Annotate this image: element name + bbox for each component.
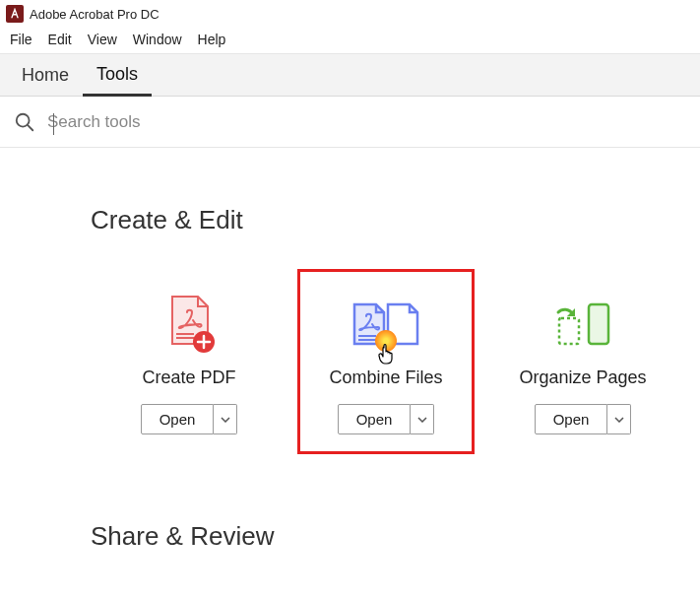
chevron-down-icon <box>417 417 427 423</box>
section-title-create-edit: Create & Edit <box>91 205 682 235</box>
app-title: Adobe Acrobat Pro DC <box>30 7 159 22</box>
menu-file[interactable]: File <box>10 32 32 47</box>
search-input[interactable] <box>47 112 343 132</box>
tab-tools[interactable]: Tools <box>83 54 152 97</box>
tool-card-create-pdf[interactable]: Create PDF Open <box>91 269 287 454</box>
titlebar: Adobe Acrobat Pro DC <box>0 0 700 28</box>
tool-card-organize-pages[interactable]: Organize Pages Open <box>484 269 681 454</box>
tab-home[interactable]: Home <box>8 55 83 95</box>
svg-rect-9 <box>589 304 608 344</box>
combine-files-icon <box>349 285 423 366</box>
tabbar: Home Tools <box>0 53 700 97</box>
chevron-down-icon <box>614 417 624 423</box>
open-dropdown-combine-files[interactable] <box>411 404 434 434</box>
menu-view[interactable]: View <box>88 32 117 47</box>
menubar: File Edit View Window Help <box>0 28 700 53</box>
text-cursor <box>53 113 54 135</box>
acrobat-app-icon <box>6 5 24 23</box>
create-pdf-icon <box>160 285 218 366</box>
tools-row-create-edit: Create PDF Open <box>91 269 682 454</box>
section-title-share-review: Share & Review <box>91 521 682 552</box>
tool-name-organize-pages: Organize Pages <box>519 367 646 388</box>
tool-name-combine-files: Combine Files <box>329 367 442 388</box>
menu-window[interactable]: Window <box>133 32 182 47</box>
search-icon <box>14 111 35 133</box>
open-dropdown-create-pdf[interactable] <box>214 404 237 434</box>
menu-edit[interactable]: Edit <box>48 32 72 47</box>
searchbar <box>0 97 700 148</box>
open-dropdown-organize-pages[interactable] <box>607 404 631 434</box>
chevron-down-icon <box>221 417 230 423</box>
open-button-create-pdf[interactable]: Open <box>141 404 215 434</box>
open-button-combine-files[interactable]: Open <box>338 404 412 434</box>
svg-line-1 <box>28 125 32 130</box>
menu-help[interactable]: Help <box>198 32 226 47</box>
open-button-organize-pages[interactable]: Open <box>535 404 608 434</box>
tool-name-create-pdf: Create PDF <box>142 367 235 388</box>
organize-pages-icon <box>551 285 614 366</box>
svg-rect-10 <box>559 318 579 344</box>
tool-card-combine-files[interactable]: Combine Files Open <box>297 269 475 454</box>
